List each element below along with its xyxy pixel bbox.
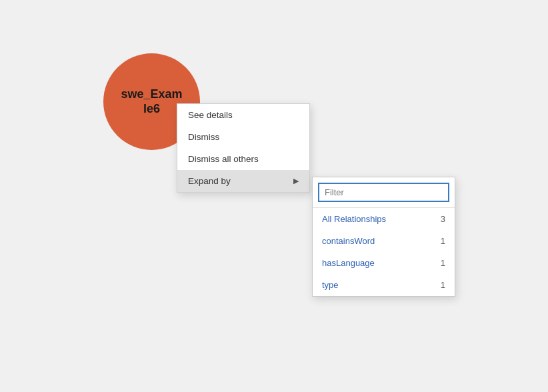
submenu-item-type[interactable]: type 1	[313, 274, 455, 296]
submenu-item-contains-word[interactable]: containsWord 1	[313, 230, 455, 252]
chevron-right-icon: ▶	[293, 177, 299, 185]
filter-container	[313, 177, 455, 208]
submenu-item-all-relationships[interactable]: All Relationships 3	[313, 208, 455, 230]
context-menu-item-expand-by[interactable]: Expand by ▶	[177, 170, 309, 192]
context-menu-item-see-details[interactable]: See details	[177, 104, 309, 126]
context-menu-item-dismiss[interactable]: Dismiss	[177, 126, 309, 148]
canvas: swe_Exam le6 See details Dismiss Dismiss…	[0, 0, 548, 392]
context-menu-item-dismiss-all-others[interactable]: Dismiss all others	[177, 148, 309, 170]
submenu: All Relationships 3 containsWord 1 hasLa…	[312, 177, 455, 297]
context-menu: See details Dismiss Dismiss all others E…	[177, 103, 310, 193]
node-label: swe_Exam le6	[121, 87, 182, 116]
submenu-item-has-language[interactable]: hasLanguage 1	[313, 252, 455, 274]
filter-input[interactable]	[318, 183, 449, 202]
